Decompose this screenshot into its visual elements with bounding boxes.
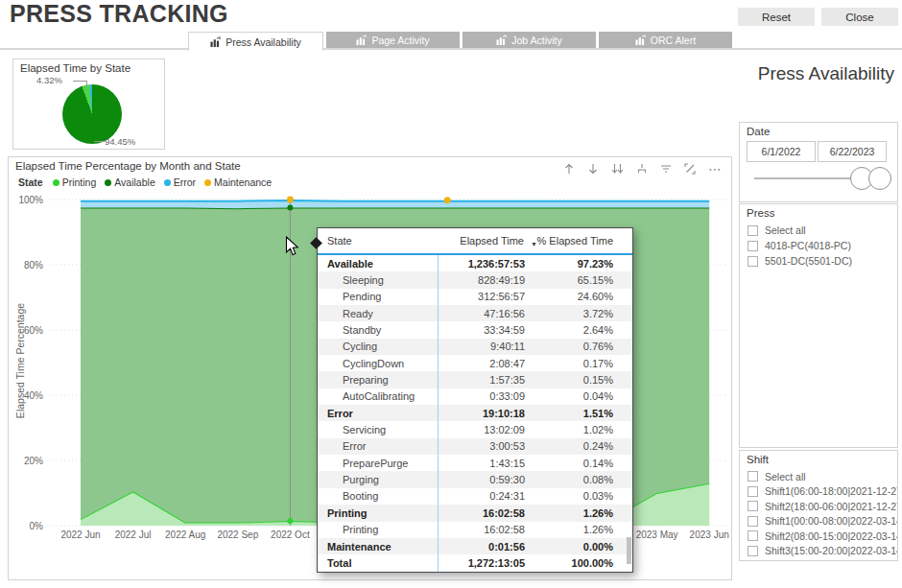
elapsed-time-value: 0:59:30 [438,471,525,487]
checkbox[interactable] [748,501,758,511]
shift-filter-title: Shift [747,454,769,465]
checkbox[interactable] [748,256,758,267]
checkbox[interactable] [748,516,758,527]
bar-chart-icon [210,36,221,47]
tooltip-row: Booting0:24:310.03% [318,488,632,505]
mouse-cursor [285,236,299,261]
tooltip-row: Servicing13:02:091.02% [318,421,632,437]
elapsed-time-value: 1:57:35 [438,371,525,388]
pct-elapsed-time-value: 0.14% [525,455,632,471]
elapsed-time-value: 3:00:53 [438,438,525,455]
tab-label: Press Availability [226,36,301,48]
state-name: Preparing [318,371,438,388]
pct-elapsed-time-value: 0.08% [525,471,632,487]
tab-orc-alert[interactable]: ORC Alert [599,32,732,48]
checkbox[interactable] [748,241,758,251]
tooltip-row: Purging0:59:300.08% [318,471,632,487]
checkbox-row: Shift3(15:00-20:00|2022-03-14) [748,544,895,559]
elapsed-time-value: 1:43:15 [438,455,525,471]
tooltip-row: AutoCalibrating0:33:090.04% [318,388,632,405]
state-name: Printing [318,522,438,538]
date-start-input[interactable]: 6/1/2022 [747,141,816,162]
tooltip-scrollbar-thumb[interactable] [627,537,631,564]
pct-elapsed-time-value: 0.03% [525,488,632,505]
checkbox-row: Shift2(18:00-06:00|2021-12-27) [748,499,895,514]
state-name: CyclingDown [318,355,438,371]
column-header-pct-elapsed-time[interactable]: % Elapsed Time [524,235,632,247]
pie-chart[interactable] [62,84,122,144]
checkbox[interactable] [748,546,758,556]
sort-descending-icon: ▼ [531,241,537,247]
tooltip-row: Printing16:02:581.26% [318,522,632,538]
press-filter-title: Press [747,207,774,219]
state-name: PreparePurge [318,455,438,471]
checkbox-label: Shift2(08:00-15:00|2022-03-14) [765,530,898,542]
checkbox[interactable] [748,225,758,236]
state-name: Total [318,554,438,571]
state-name: Booting [318,488,438,505]
checkbox-row: Shift2(08:00-15:00|2022-03-14) [748,529,895,544]
svg-text:2022 Jul: 2022 Jul [115,529,152,540]
svg-text:2023 May: 2023 May [636,529,678,540]
elapsed-time-value: 0:33:09 [438,388,525,405]
svg-text:100%: 100% [18,195,43,205]
pct-elapsed-time-value: 97.23% [525,255,632,271]
state-name: Purging [318,471,438,487]
elapsed-time-value: 47:16:56 [438,305,525,321]
state-name: Ready [318,305,438,321]
bar-chart-icon [635,35,646,45]
tab-page-activity[interactable]: Page Activity [326,32,460,48]
checkbox[interactable] [748,560,758,561]
pct-elapsed-time-value: 0.76% [525,339,632,355]
tooltip-body: Available1,236:57:5397.23%Sleeping828:49… [318,255,632,572]
tooltip-row: PreparePurge1:43:150.14% [318,455,632,471]
checkbox[interactable] [748,486,758,497]
checkbox[interactable] [748,471,758,482]
tooltip-row: Standby33:34:592.64% [318,321,632,338]
column-header-state[interactable]: State [318,235,438,247]
tooltip-row: Printing16:02:581.26% [318,505,632,521]
tooltip-row: Pending312:56:5724.60% [318,289,632,305]
svg-text:20%: 20% [24,456,43,466]
tooltip-row: Maintenance0:01:560.00% [318,538,632,554]
svg-text:40%: 40% [24,390,43,401]
checkbox-row: Shift1(06:00-18:00|2021-12-27) [748,484,895,500]
elapsed-time-value: 1,272:13:05 [438,554,525,571]
pie-callout-line [94,141,104,142]
bar-chart-icon [496,35,507,45]
checkbox[interactable] [748,530,758,541]
pct-elapsed-time-value: 0.15% [525,371,632,388]
reset-button[interactable]: Reset [738,8,815,26]
close-button[interactable]: Close [821,8,898,26]
checkbox-label: Select all [765,224,806,236]
state-name: AutoCalibrating [318,388,438,405]
date-end-input[interactable]: 6/22/2023 [818,141,887,162]
tooltip-header: State Elapsed Time ▼ % Elapsed Time [318,228,632,255]
pct-elapsed-time-value: 1.26% [525,505,632,521]
tab-job-activity[interactable]: Job Activity [463,32,596,48]
pct-elapsed-time-value: 1.51% [525,405,632,421]
tooltip-row: Cycling9:40:110.76% [318,339,632,355]
state-name: Pending [318,289,438,305]
pie-label-small: 4.32% [36,75,62,85]
pie-label-large: 94.45% [105,136,135,147]
checkbox-row-partial [748,558,895,561]
svg-text:60%: 60% [24,325,43,336]
pie-callout-line [73,81,86,82]
hover-tooltip-table: State Elapsed Time ▼ % Elapsed Time Avai… [317,227,633,573]
tooltip-row: Available1,236:57:5397.23% [318,255,632,271]
column-header-elapsed-time[interactable]: Elapsed Time [438,235,524,247]
tooltip-row: Error3:00:530.24% [318,438,632,455]
tab-press-availability[interactable]: Press Availability [188,32,323,51]
pct-elapsed-time-value: 3.72% [525,305,632,321]
date-filter-title: Date [747,126,770,137]
pct-elapsed-time-value: 0.04% [525,388,632,405]
checkbox-label: Shift3(15:00-20:00|2022-03-14) [765,545,898,556]
date-slider-handle-end[interactable] [868,167,891,190]
date-slider-track[interactable] [754,177,862,179]
state-name: Standby [318,321,438,338]
elapsed-time-value: 13:02:09 [438,421,525,437]
checkbox-row: Select all [748,223,895,238]
state-name: Servicing [318,421,438,437]
svg-text:2022 Aug: 2022 Aug [165,529,205,540]
